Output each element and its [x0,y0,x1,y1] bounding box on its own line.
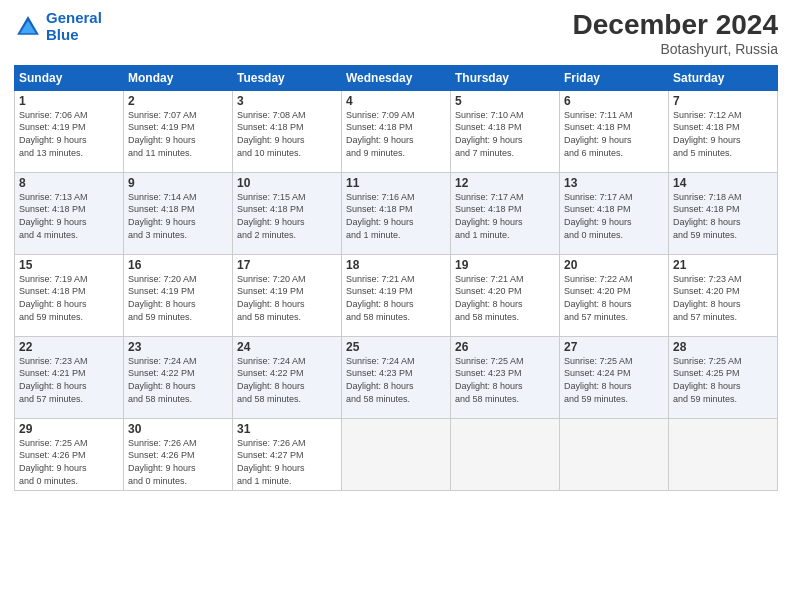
calendar-week-3: 15Sunrise: 7:19 AMSunset: 4:18 PMDayligh… [15,254,778,336]
day-info: Sunrise: 7:07 AMSunset: 4:19 PMDaylight:… [128,109,228,159]
calendar-cell: 17Sunrise: 7:20 AMSunset: 4:19 PMDayligh… [233,254,342,336]
day-info: Sunrise: 7:20 AMSunset: 4:19 PMDaylight:… [237,273,337,323]
day-info: Sunrise: 7:26 AMSunset: 4:27 PMDaylight:… [237,437,337,487]
day-info: Sunrise: 7:24 AMSunset: 4:22 PMDaylight:… [128,355,228,405]
day-number: 4 [346,94,446,108]
calendar-cell: 14Sunrise: 7:18 AMSunset: 4:18 PMDayligh… [669,172,778,254]
day-info: Sunrise: 7:25 AMSunset: 4:26 PMDaylight:… [19,437,119,487]
day-number: 18 [346,258,446,272]
day-info: Sunrise: 7:21 AMSunset: 4:20 PMDaylight:… [455,273,555,323]
day-info: Sunrise: 7:16 AMSunset: 4:18 PMDaylight:… [346,191,446,241]
day-number: 31 [237,422,337,436]
col-header-friday: Friday [560,65,669,90]
calendar-cell: 5Sunrise: 7:10 AMSunset: 4:18 PMDaylight… [451,90,560,172]
calendar-cell: 31Sunrise: 7:26 AMSunset: 4:27 PMDayligh… [233,418,342,490]
calendar-cell: 16Sunrise: 7:20 AMSunset: 4:19 PMDayligh… [124,254,233,336]
calendar-cell: 13Sunrise: 7:17 AMSunset: 4:18 PMDayligh… [560,172,669,254]
day-number: 15 [19,258,119,272]
day-number: 11 [346,176,446,190]
calendar-cell: 26Sunrise: 7:25 AMSunset: 4:23 PMDayligh… [451,336,560,418]
day-info: Sunrise: 7:17 AMSunset: 4:18 PMDaylight:… [455,191,555,241]
calendar-cell: 3Sunrise: 7:08 AMSunset: 4:18 PMDaylight… [233,90,342,172]
day-info: Sunrise: 7:13 AMSunset: 4:18 PMDaylight:… [19,191,119,241]
day-info: Sunrise: 7:10 AMSunset: 4:18 PMDaylight:… [455,109,555,159]
day-number: 7 [673,94,773,108]
page: General Blue December 2024 Botashyurt, R… [0,0,792,612]
day-info: Sunrise: 7:06 AMSunset: 4:19 PMDaylight:… [19,109,119,159]
day-info: Sunrise: 7:14 AMSunset: 4:18 PMDaylight:… [128,191,228,241]
day-info: Sunrise: 7:25 AMSunset: 4:24 PMDaylight:… [564,355,664,405]
day-number: 24 [237,340,337,354]
day-number: 23 [128,340,228,354]
header: General Blue December 2024 Botashyurt, R… [14,10,778,57]
day-number: 20 [564,258,664,272]
logo: General Blue [14,10,102,43]
day-info: Sunrise: 7:26 AMSunset: 4:26 PMDaylight:… [128,437,228,487]
calendar-cell: 22Sunrise: 7:23 AMSunset: 4:21 PMDayligh… [15,336,124,418]
calendar-cell: 1Sunrise: 7:06 AMSunset: 4:19 PMDaylight… [15,90,124,172]
calendar-header-row: SundayMondayTuesdayWednesdayThursdayFrid… [15,65,778,90]
calendar-cell [342,418,451,490]
calendar-cell: 4Sunrise: 7:09 AMSunset: 4:18 PMDaylight… [342,90,451,172]
calendar-cell: 30Sunrise: 7:26 AMSunset: 4:26 PMDayligh… [124,418,233,490]
day-number: 6 [564,94,664,108]
col-header-tuesday: Tuesday [233,65,342,90]
calendar-cell: 23Sunrise: 7:24 AMSunset: 4:22 PMDayligh… [124,336,233,418]
day-number: 10 [237,176,337,190]
day-info: Sunrise: 7:19 AMSunset: 4:18 PMDaylight:… [19,273,119,323]
col-header-monday: Monday [124,65,233,90]
calendar-week-2: 8Sunrise: 7:13 AMSunset: 4:18 PMDaylight… [15,172,778,254]
day-info: Sunrise: 7:25 AMSunset: 4:23 PMDaylight:… [455,355,555,405]
logo-text: General Blue [46,10,102,43]
day-info: Sunrise: 7:24 AMSunset: 4:23 PMDaylight:… [346,355,446,405]
calendar-cell: 18Sunrise: 7:21 AMSunset: 4:19 PMDayligh… [342,254,451,336]
day-info: Sunrise: 7:23 AMSunset: 4:21 PMDaylight:… [19,355,119,405]
calendar-cell [560,418,669,490]
calendar-cell [669,418,778,490]
day-number: 25 [346,340,446,354]
calendar-cell: 28Sunrise: 7:25 AMSunset: 4:25 PMDayligh… [669,336,778,418]
calendar-cell: 9Sunrise: 7:14 AMSunset: 4:18 PMDaylight… [124,172,233,254]
day-info: Sunrise: 7:22 AMSunset: 4:20 PMDaylight:… [564,273,664,323]
day-number: 8 [19,176,119,190]
day-info: Sunrise: 7:21 AMSunset: 4:19 PMDaylight:… [346,273,446,323]
calendar-cell: 29Sunrise: 7:25 AMSunset: 4:26 PMDayligh… [15,418,124,490]
day-info: Sunrise: 7:24 AMSunset: 4:22 PMDaylight:… [237,355,337,405]
day-number: 16 [128,258,228,272]
calendar-cell: 10Sunrise: 7:15 AMSunset: 4:18 PMDayligh… [233,172,342,254]
calendar-cell: 2Sunrise: 7:07 AMSunset: 4:19 PMDaylight… [124,90,233,172]
calendar-cell [451,418,560,490]
calendar-cell: 24Sunrise: 7:24 AMSunset: 4:22 PMDayligh… [233,336,342,418]
col-header-thursday: Thursday [451,65,560,90]
day-number: 29 [19,422,119,436]
calendar-cell: 15Sunrise: 7:19 AMSunset: 4:18 PMDayligh… [15,254,124,336]
subtitle: Botashyurt, Russia [573,41,778,57]
day-info: Sunrise: 7:20 AMSunset: 4:19 PMDaylight:… [128,273,228,323]
day-number: 17 [237,258,337,272]
calendar-cell: 6Sunrise: 7:11 AMSunset: 4:18 PMDaylight… [560,90,669,172]
calendar-cell: 27Sunrise: 7:25 AMSunset: 4:24 PMDayligh… [560,336,669,418]
day-number: 28 [673,340,773,354]
calendar-cell: 11Sunrise: 7:16 AMSunset: 4:18 PMDayligh… [342,172,451,254]
day-number: 19 [455,258,555,272]
calendar-table: SundayMondayTuesdayWednesdayThursdayFrid… [14,65,778,491]
logo-line1: General [46,9,102,26]
day-number: 22 [19,340,119,354]
calendar-week-1: 1Sunrise: 7:06 AMSunset: 4:19 PMDaylight… [15,90,778,172]
calendar-cell: 7Sunrise: 7:12 AMSunset: 4:18 PMDaylight… [669,90,778,172]
day-info: Sunrise: 7:18 AMSunset: 4:18 PMDaylight:… [673,191,773,241]
day-info: Sunrise: 7:23 AMSunset: 4:20 PMDaylight:… [673,273,773,323]
day-number: 14 [673,176,773,190]
logo-icon [14,13,42,41]
day-info: Sunrise: 7:08 AMSunset: 4:18 PMDaylight:… [237,109,337,159]
day-number: 2 [128,94,228,108]
calendar-week-5: 29Sunrise: 7:25 AMSunset: 4:26 PMDayligh… [15,418,778,490]
col-header-saturday: Saturday [669,65,778,90]
calendar-cell: 20Sunrise: 7:22 AMSunset: 4:20 PMDayligh… [560,254,669,336]
day-number: 3 [237,94,337,108]
day-number: 9 [128,176,228,190]
day-info: Sunrise: 7:15 AMSunset: 4:18 PMDaylight:… [237,191,337,241]
calendar-cell: 25Sunrise: 7:24 AMSunset: 4:23 PMDayligh… [342,336,451,418]
calendar-cell: 21Sunrise: 7:23 AMSunset: 4:20 PMDayligh… [669,254,778,336]
col-header-sunday: Sunday [15,65,124,90]
